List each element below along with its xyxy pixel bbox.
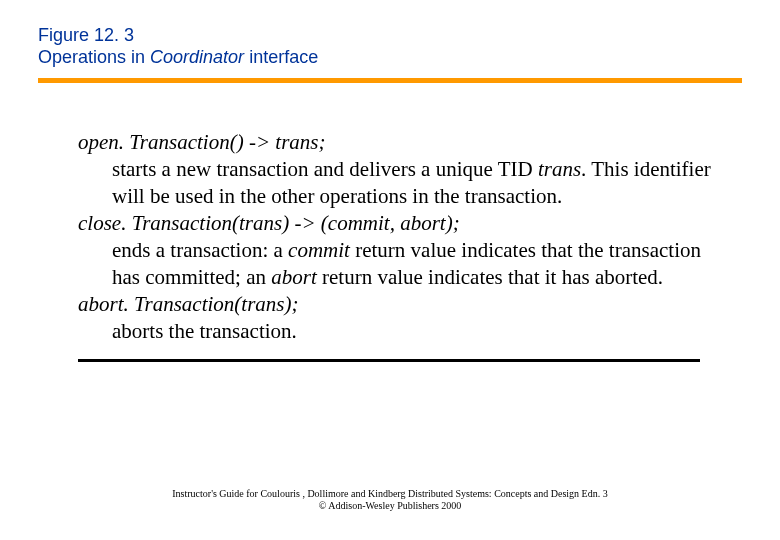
close-desc-before: ends a transaction: a (112, 238, 288, 262)
close-desc-keyword-abort: abort (271, 265, 317, 289)
abort-transaction-signature: abort. Transaction(trans); (78, 291, 720, 318)
body-divider (78, 359, 700, 362)
abort-transaction-description: aborts the transaction. (112, 318, 720, 345)
figure-title: Operations in Coordinator interface (38, 46, 780, 68)
title-italic: Coordinator (150, 47, 244, 67)
open-transaction-description: starts a new transaction and delivers a … (112, 156, 720, 210)
close-transaction-description: ends a transaction: a commit return valu… (112, 237, 720, 291)
operations-body: open. Transaction() -> trans; starts a n… (0, 83, 780, 345)
slide-footer: Instructor's Guide for Coulouris , Dolli… (0, 488, 780, 512)
close-desc-keyword-commit: commit (288, 238, 350, 262)
footer-line-2: © Addison-Wesley Publishers 2000 (0, 500, 780, 512)
footer-line-1: Instructor's Guide for Coulouris , Dolli… (0, 488, 780, 500)
figure-number: Figure 12. 3 (38, 24, 780, 46)
open-desc-keyword-trans: trans (538, 157, 581, 181)
title-suffix: interface (244, 47, 318, 67)
open-transaction-signature: open. Transaction() -> trans; (78, 129, 720, 156)
open-desc-before: starts a new transaction and delivers a … (112, 157, 538, 181)
title-prefix: Operations in (38, 47, 150, 67)
close-desc-after: return value indicates that it has abort… (317, 265, 663, 289)
slide: Figure 12. 3 Operations in Coordinator i… (0, 0, 780, 540)
close-transaction-signature: close. Transaction(trans) -> (commit, ab… (78, 210, 720, 237)
slide-header: Figure 12. 3 Operations in Coordinator i… (0, 0, 780, 68)
